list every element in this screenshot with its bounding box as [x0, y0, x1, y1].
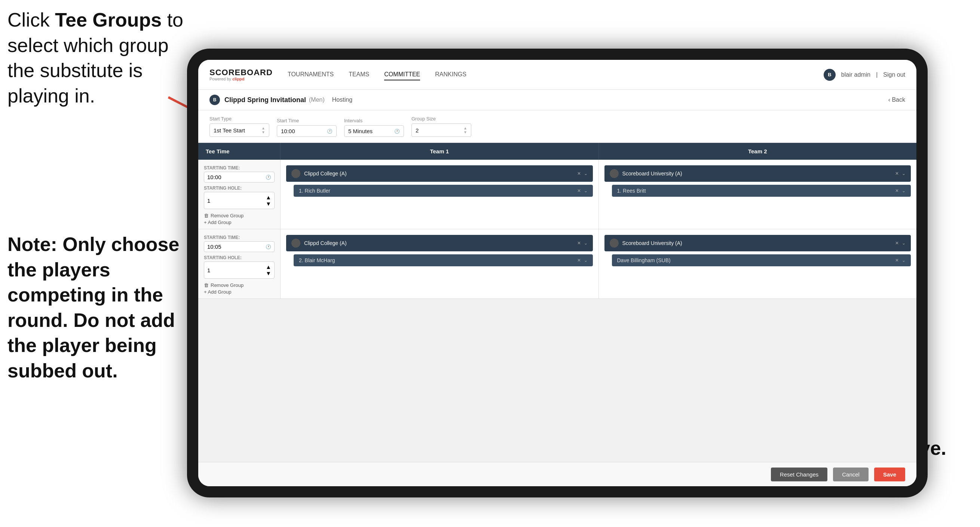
- tee-time-cell-1: STARTING TIME: 10:00 🕐 STARTING HOLE: 1 …: [198, 160, 280, 229]
- player1-name-1: 1. Rich Butler: [299, 188, 577, 194]
- close-icon-p2[interactable]: ✕: [895, 188, 899, 193]
- close-icon-t2-2[interactable]: ✕: [895, 240, 899, 246]
- starting-time-label-1: STARTING TIME:: [204, 165, 275, 170]
- team1-row-1[interactable]: Clippd College (A) ✕ ⌄: [286, 165, 593, 182]
- nav-rankings[interactable]: RANKINGS: [435, 69, 466, 80]
- sub-nav-badge: B: [210, 95, 220, 105]
- nav-tournaments[interactable]: TOURNAMENTS: [288, 69, 334, 80]
- remove-group-btn-2[interactable]: 🗑 Remove Group: [204, 282, 275, 288]
- tee-row-1: STARTING TIME: 10:00 🕐 STARTING HOLE: 1 …: [198, 160, 916, 229]
- nav-committee[interactable]: COMMITTEE: [384, 69, 420, 80]
- hole-arrows-2: ▲▼: [266, 264, 271, 276]
- intervals-group: Intervals 5 Minutes 🕐: [344, 118, 404, 137]
- starting-time-input-1[interactable]: 10:00 🕐: [204, 172, 275, 183]
- reset-changes-button[interactable]: Reset Changes: [771, 468, 827, 481]
- sign-out-link[interactable]: Sign out: [883, 72, 905, 78]
- admin-avatar: B: [824, 69, 835, 81]
- start-type-group: Start Type 1st Tee Start ▲▼: [210, 116, 269, 137]
- time-icon-1: 🕐: [266, 175, 271, 180]
- team1-name-2: Clippd College (A): [304, 240, 577, 246]
- starting-time-label-2: STARTING TIME:: [204, 235, 275, 240]
- expand-icon-p2-2[interactable]: ⌄: [902, 258, 905, 263]
- team2-cell-1: Scoreboard University (A) ✕ ⌄ 1. Rees Br…: [599, 160, 917, 229]
- player1-row-2[interactable]: 2. Blair McHarg ✕ ⌄: [294, 254, 593, 266]
- close-icon-t2[interactable]: ✕: [895, 171, 899, 176]
- instruction-bottom-text: Note: Only choose the players competing …: [8, 233, 179, 382]
- starting-hole-label-2: STARTING HOLE:: [204, 255, 275, 260]
- start-time-label: Start Time: [277, 118, 337, 123]
- team1-cell-2: Clippd College (A) ✕ ⌄ 2. Blair McHarg ✕…: [280, 229, 599, 298]
- close-icon-p1[interactable]: ✕: [577, 188, 581, 193]
- player1-row-1[interactable]: 1. Rich Butler ✕ ⌄: [294, 185, 593, 197]
- intervals-label: Intervals: [344, 118, 404, 123]
- trash-icon-2: 🗑: [204, 282, 209, 288]
- note-bold-6: subbed out.: [8, 360, 118, 382]
- team1-icon-2: [291, 239, 301, 248]
- tablet-device: SCOREBOARD Powered by clippd TOURNAMENTS…: [187, 49, 928, 497]
- close-icon-p1-2[interactable]: ✕: [577, 258, 581, 263]
- time-icon-2: 🕐: [266, 244, 271, 250]
- expand-icon-t2[interactable]: ⌄: [902, 171, 905, 176]
- back-button[interactable]: ‹ Back: [888, 97, 905, 103]
- close-icon-p2-2[interactable]: ✕: [895, 258, 899, 263]
- nav-right: B blair admin | Sign out: [824, 69, 905, 81]
- start-type-label: Start Type: [210, 116, 269, 121]
- player2-controls-2: ✕ ⌄: [895, 258, 905, 263]
- close-icon-t1-2[interactable]: ✕: [577, 240, 581, 246]
- note-bold-2: the players: [8, 259, 110, 280]
- expand-icon-t2-2[interactable]: ⌄: [902, 240, 905, 246]
- th-team1: Team 1: [280, 143, 599, 160]
- team2-row-1[interactable]: Scoreboard University (A) ✕ ⌄: [605, 165, 911, 182]
- player1-name-2: 2. Blair McHarg: [299, 257, 577, 263]
- start-time-input[interactable]: 10:00 🕐: [277, 125, 337, 137]
- team1-controls-1: ✕ ⌄: [577, 171, 588, 176]
- group-size-input[interactable]: 2 ▲▼: [412, 123, 471, 137]
- th-tee-time: Tee Time: [198, 143, 280, 160]
- expand-icon-t1-2[interactable]: ⌄: [584, 240, 588, 246]
- team2-cell-2: Scoreboard University (A) ✕ ⌄ Dave Billi…: [599, 229, 917, 298]
- team1-cell-1: Clippd College (A) ✕ ⌄ 1. Rich Butler ✕ …: [280, 160, 599, 229]
- add-group-btn-2[interactable]: + Add Group: [204, 289, 275, 295]
- nav-separator: |: [876, 72, 878, 78]
- expand-icon-t1[interactable]: ⌄: [584, 171, 588, 176]
- group-size-group: Group Size 2 ▲▼: [412, 116, 471, 137]
- player2-row-2[interactable]: Dave Billingham (SUB) ✕ ⌄: [612, 254, 911, 266]
- team2-row-2[interactable]: Scoreboard University (A) ✕ ⌄: [605, 235, 911, 252]
- bottom-bar: Reset Changes Cancel Save: [198, 462, 916, 486]
- expand-icon-p2[interactable]: ⌄: [902, 188, 905, 193]
- expand-icon-p1[interactable]: ⌄: [584, 188, 588, 193]
- start-type-arrows: ▲▼: [261, 126, 265, 134]
- starting-time-input-2[interactable]: 10:05 🕐: [204, 241, 275, 252]
- add-group-btn-1[interactable]: + Add Group: [204, 220, 275, 225]
- close-icon-t1[interactable]: ✕: [577, 171, 581, 176]
- team-cells-1: Clippd College (A) ✕ ⌄ 1. Rich Butler ✕ …: [280, 160, 916, 229]
- group-size-arrows: ▲▼: [463, 126, 467, 134]
- cancel-button[interactable]: Cancel: [833, 468, 869, 481]
- nav-teams[interactable]: TEAMS: [348, 69, 369, 80]
- instruction-top-text: Click Tee Groups to select which group t…: [8, 9, 183, 107]
- team1-icon-1: [291, 169, 301, 178]
- content-rows: STARTING TIME: 10:00 🕐 STARTING HOLE: 1 …: [198, 160, 916, 462]
- team1-controls-2: ✕ ⌄: [577, 240, 588, 246]
- save-button[interactable]: Save: [874, 468, 905, 481]
- team2-icon-1: [610, 169, 619, 178]
- remove-group-btn-1[interactable]: 🗑 Remove Group: [204, 213, 275, 218]
- team2-icon-2: [610, 239, 619, 248]
- intervals-input[interactable]: 5 Minutes 🕐: [344, 125, 404, 137]
- starting-hole-input-2[interactable]: 1 ▲▼: [204, 261, 275, 279]
- team2-controls-2: ✕ ⌄: [895, 240, 905, 246]
- group-size-label: Group Size: [412, 116, 471, 121]
- team1-row-2[interactable]: Clippd College (A) ✕ ⌄: [286, 235, 593, 252]
- tee-row-2: STARTING TIME: 10:05 🕐 STARTING HOLE: 1 …: [198, 229, 916, 299]
- tablet-screen: SCOREBOARD Powered by clippd TOURNAMENTS…: [198, 60, 916, 486]
- starting-hole-input-1[interactable]: 1 ▲▼: [204, 192, 275, 209]
- logo-powered: Powered by clippd: [210, 77, 273, 81]
- starting-hole-label-1: STARTING HOLE:: [204, 186, 275, 191]
- expand-icon-p1-2[interactable]: ⌄: [584, 258, 588, 263]
- note-bold-3: competing in the: [8, 284, 163, 306]
- team2-name-1: Scoreboard University (A): [622, 170, 896, 177]
- sub-nav-title: Clippd Spring Invitational: [224, 96, 306, 104]
- player2-row-1[interactable]: 1. Rees Britt ✕ ⌄: [612, 185, 911, 197]
- start-type-input[interactable]: 1st Tee Start ▲▼: [210, 123, 269, 137]
- logo-scoreboard: SCOREBOARD: [210, 68, 273, 77]
